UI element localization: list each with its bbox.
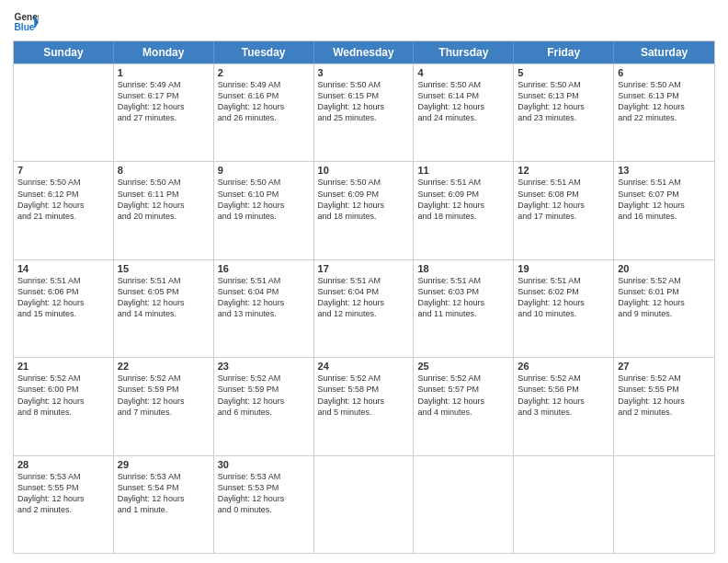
- day-info: Sunrise: 5:50 AMSunset: 6:09 PMDaylight:…: [318, 177, 410, 222]
- day-info: Sunrise: 5:51 AMSunset: 6:06 PMDaylight:…: [17, 275, 109, 320]
- day-info: Sunrise: 5:51 AMSunset: 6:04 PMDaylight:…: [318, 275, 410, 320]
- empty-cell: [314, 456, 415, 553]
- day-header-sunday: Sunday: [14, 41, 114, 63]
- day-header-wednesday: Wednesday: [314, 41, 415, 63]
- day-info: Sunrise: 5:52 AMSunset: 5:56 PMDaylight:…: [518, 373, 609, 418]
- day-cell-23: 23Sunrise: 5:52 AMSunset: 5:59 PMDayligh…: [214, 358, 314, 454]
- svg-text:Blue: Blue: [15, 22, 35, 32]
- day-cell-16: 16Sunrise: 5:51 AMSunset: 6:04 PMDayligh…: [214, 260, 314, 357]
- day-info: Sunrise: 5:52 AMSunset: 6:00 PMDaylight:…: [17, 373, 109, 418]
- day-number: 25: [417, 361, 509, 372]
- day-number: 12: [518, 165, 609, 176]
- week-row-1: 1Sunrise: 5:49 AMSunset: 6:17 PMDaylight…: [14, 63, 714, 161]
- day-cell-4: 4Sunrise: 5:50 AMSunset: 6:14 PMDaylight…: [414, 64, 514, 161]
- day-cell-13: 13Sunrise: 5:51 AMSunset: 6:07 PMDayligh…: [614, 162, 714, 259]
- day-number: 26: [518, 361, 609, 372]
- day-cell-20: 20Sunrise: 5:52 AMSunset: 6:01 PMDayligh…: [614, 260, 714, 357]
- day-header-thursday: Thursday: [414, 41, 514, 63]
- day-info: Sunrise: 5:49 AMSunset: 6:16 PMDaylight:…: [218, 79, 310, 124]
- day-number: 1: [118, 67, 210, 78]
- day-cell-18: 18Sunrise: 5:51 AMSunset: 6:03 PMDayligh…: [414, 260, 514, 357]
- day-cell-22: 22Sunrise: 5:52 AMSunset: 5:59 PMDayligh…: [114, 358, 214, 454]
- day-info: Sunrise: 5:50 AMSunset: 6:13 PMDaylight:…: [618, 79, 711, 124]
- day-info: Sunrise: 5:51 AMSunset: 6:04 PMDaylight:…: [218, 275, 310, 320]
- week-row-3: 14Sunrise: 5:51 AMSunset: 6:06 PMDayligh…: [14, 259, 714, 357]
- day-cell-27: 27Sunrise: 5:52 AMSunset: 5:55 PMDayligh…: [614, 358, 714, 454]
- day-info: Sunrise: 5:51 AMSunset: 6:07 PMDaylight:…: [618, 177, 711, 222]
- day-cell-29: 29Sunrise: 5:53 AMSunset: 5:54 PMDayligh…: [114, 456, 214, 553]
- empty-cell: [614, 456, 714, 553]
- day-cell-10: 10Sunrise: 5:50 AMSunset: 6:09 PMDayligh…: [314, 162, 415, 259]
- day-cell-15: 15Sunrise: 5:51 AMSunset: 6:05 PMDayligh…: [114, 260, 214, 357]
- calendar-header: SundayMondayTuesdayWednesdayThursdayFrid…: [14, 41, 714, 63]
- day-info: Sunrise: 5:53 AMSunset: 5:54 PMDaylight:…: [118, 471, 210, 516]
- week-row-5: 28Sunrise: 5:53 AMSunset: 5:55 PMDayligh…: [14, 455, 714, 553]
- day-header-monday: Monday: [114, 41, 214, 63]
- day-number: 15: [118, 263, 210, 274]
- day-info: Sunrise: 5:51 AMSunset: 6:09 PMDaylight:…: [417, 177, 509, 222]
- day-info: Sunrise: 5:52 AMSunset: 5:57 PMDaylight:…: [417, 373, 509, 418]
- day-cell-6: 6Sunrise: 5:50 AMSunset: 6:13 PMDaylight…: [614, 64, 714, 161]
- day-cell-11: 11Sunrise: 5:51 AMSunset: 6:09 PMDayligh…: [414, 162, 514, 259]
- day-info: Sunrise: 5:52 AMSunset: 5:59 PMDaylight:…: [118, 373, 210, 418]
- day-cell-3: 3Sunrise: 5:50 AMSunset: 6:15 PMDaylight…: [314, 64, 415, 161]
- calendar-body: 1Sunrise: 5:49 AMSunset: 6:17 PMDaylight…: [14, 63, 714, 553]
- day-number: 24: [318, 361, 410, 372]
- day-number: 28: [17, 459, 109, 470]
- day-number: 17: [318, 263, 410, 274]
- day-number: 10: [318, 165, 410, 176]
- day-number: 22: [118, 361, 210, 372]
- day-number: 14: [17, 263, 109, 274]
- day-info: Sunrise: 5:50 AMSunset: 6:10 PMDaylight:…: [218, 177, 310, 222]
- day-info: Sunrise: 5:51 AMSunset: 6:03 PMDaylight:…: [417, 275, 509, 320]
- day-number: 9: [218, 165, 310, 176]
- day-cell-9: 9Sunrise: 5:50 AMSunset: 6:10 PMDaylight…: [214, 162, 314, 259]
- day-number: 8: [118, 165, 210, 176]
- day-info: Sunrise: 5:52 AMSunset: 5:58 PMDaylight:…: [318, 373, 410, 418]
- day-info: Sunrise: 5:52 AMSunset: 6:01 PMDaylight:…: [618, 275, 711, 320]
- day-header-tuesday: Tuesday: [214, 41, 314, 63]
- logo: General Blue: [13, 9, 39, 35]
- day-info: Sunrise: 5:51 AMSunset: 6:05 PMDaylight:…: [118, 275, 210, 320]
- day-number: 23: [218, 361, 310, 372]
- day-cell-12: 12Sunrise: 5:51 AMSunset: 6:08 PMDayligh…: [514, 162, 614, 259]
- day-cell-26: 26Sunrise: 5:52 AMSunset: 5:56 PMDayligh…: [514, 358, 614, 454]
- day-cell-24: 24Sunrise: 5:52 AMSunset: 5:58 PMDayligh…: [314, 358, 415, 454]
- day-info: Sunrise: 5:50 AMSunset: 6:13 PMDaylight:…: [518, 79, 609, 124]
- day-info: Sunrise: 5:50 AMSunset: 6:12 PMDaylight:…: [17, 177, 109, 222]
- day-number: 20: [618, 263, 711, 274]
- day-cell-28: 28Sunrise: 5:53 AMSunset: 5:55 PMDayligh…: [14, 456, 114, 553]
- day-cell-19: 19Sunrise: 5:51 AMSunset: 6:02 PMDayligh…: [514, 260, 614, 357]
- day-number: 18: [417, 263, 509, 274]
- day-number: 29: [118, 459, 210, 470]
- day-number: 16: [218, 263, 310, 274]
- day-info: Sunrise: 5:50 AMSunset: 6:14 PMDaylight:…: [417, 79, 509, 124]
- day-info: Sunrise: 5:51 AMSunset: 6:08 PMDaylight:…: [518, 177, 609, 222]
- day-number: 5: [518, 67, 609, 78]
- day-info: Sunrise: 5:53 AMSunset: 5:53 PMDaylight:…: [218, 471, 310, 516]
- day-cell-7: 7Sunrise: 5:50 AMSunset: 6:12 PMDaylight…: [14, 162, 114, 259]
- week-row-4: 21Sunrise: 5:52 AMSunset: 6:00 PMDayligh…: [14, 357, 714, 454]
- empty-cell: [14, 64, 114, 161]
- day-info: Sunrise: 5:52 AMSunset: 5:59 PMDaylight:…: [218, 373, 310, 418]
- day-number: 2: [218, 67, 310, 78]
- day-header-friday: Friday: [514, 41, 614, 63]
- empty-cell: [514, 456, 614, 553]
- day-cell-30: 30Sunrise: 5:53 AMSunset: 5:53 PMDayligh…: [214, 456, 314, 553]
- day-cell-21: 21Sunrise: 5:52 AMSunset: 6:00 PMDayligh…: [14, 358, 114, 454]
- day-cell-8: 8Sunrise: 5:50 AMSunset: 6:11 PMDaylight…: [114, 162, 214, 259]
- day-header-saturday: Saturday: [614, 41, 714, 63]
- day-number: 11: [417, 165, 509, 176]
- day-info: Sunrise: 5:50 AMSunset: 6:11 PMDaylight:…: [118, 177, 210, 222]
- calendar: SundayMondayTuesdayWednesdayThursdayFrid…: [13, 40, 715, 554]
- day-cell-5: 5Sunrise: 5:50 AMSunset: 6:13 PMDaylight…: [514, 64, 614, 161]
- day-number: 4: [417, 67, 509, 78]
- day-cell-2: 2Sunrise: 5:49 AMSunset: 6:16 PMDaylight…: [214, 64, 314, 161]
- week-row-2: 7Sunrise: 5:50 AMSunset: 6:12 PMDaylight…: [14, 161, 714, 259]
- day-number: 21: [17, 361, 109, 372]
- day-info: Sunrise: 5:52 AMSunset: 5:55 PMDaylight:…: [618, 373, 711, 418]
- day-cell-14: 14Sunrise: 5:51 AMSunset: 6:06 PMDayligh…: [14, 260, 114, 357]
- day-number: 19: [518, 263, 609, 274]
- empty-cell: [414, 456, 514, 553]
- day-cell-25: 25Sunrise: 5:52 AMSunset: 5:57 PMDayligh…: [414, 358, 514, 454]
